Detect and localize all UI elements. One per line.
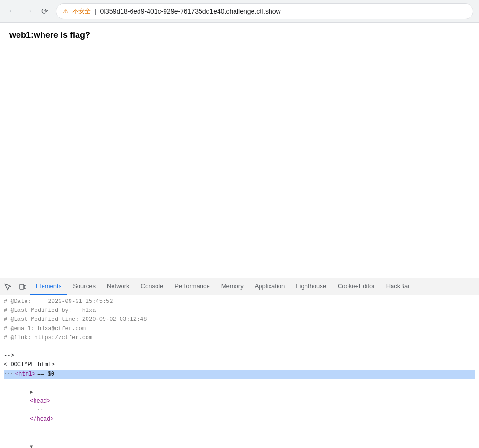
code-line: # @Last Modified time: 2020-09-02 03:12:… xyxy=(4,315,475,324)
tag-open: <html> xyxy=(15,370,35,379)
page-content: web1:where is flag? xyxy=(0,23,479,278)
tab-sources[interactable]: Sources xyxy=(67,278,101,295)
forward-button[interactable]: → xyxy=(22,5,35,18)
devtools-toolbar: Elements Sources Network Console Perform… xyxy=(0,278,479,295)
back-button[interactable]: ← xyxy=(6,5,19,18)
security-icon: ⚠ xyxy=(63,8,69,15)
inspect-element-icon[interactable] xyxy=(0,278,15,295)
code-line: # @Last Modified by: h1xa xyxy=(4,306,475,315)
code-line-head[interactable]: ► <head> ··· </head> xyxy=(4,379,475,433)
dots-icon: ··· xyxy=(4,370,13,379)
tab-network[interactable]: Network xyxy=(101,278,135,295)
refresh-button[interactable]: ⟳ xyxy=(38,5,51,18)
svg-rect-0 xyxy=(20,284,24,289)
tab-performance[interactable]: Performance xyxy=(169,278,215,295)
code-line xyxy=(4,343,475,352)
code-line: <!DOCTYPE html> xyxy=(4,361,475,370)
devtools-content[interactable]: # @Date: 2020-09-01 15:45:52 # @Last Mod… xyxy=(0,295,479,448)
code-line: # @link: https://ctfer.com xyxy=(4,334,475,343)
devtools-panel: Elements Sources Network Console Perform… xyxy=(0,278,479,448)
equals-sign: == $0 xyxy=(37,370,54,379)
tab-lighthouse[interactable]: Lighthouse xyxy=(290,278,332,295)
security-label: 不安全 xyxy=(72,7,91,16)
tab-cookie-editor[interactable]: Cookie-Editor xyxy=(332,278,381,295)
tab-hackbar[interactable]: HackBar xyxy=(381,278,416,295)
tab-application[interactable]: Application xyxy=(249,278,291,295)
page-title: web1:where is flag? xyxy=(9,30,470,40)
tab-memory[interactable]: Memory xyxy=(216,278,249,295)
nav-buttons: ← → ⟳ xyxy=(6,5,51,18)
tab-console[interactable]: Console xyxy=(135,278,169,295)
browser-chrome: ← → ⟳ ⚠ 不安全 | 0f359d18-6ed9-401c-929e-76… xyxy=(0,0,479,23)
code-line-html[interactable]: ··· <html> == $0 xyxy=(4,370,475,379)
code-line: --> xyxy=(4,352,475,361)
svg-rect-1 xyxy=(24,285,26,289)
address-bar[interactable]: ⚠ 不安全 | 0f359d18-6ed9-401c-929e-761735dd… xyxy=(56,3,473,19)
tab-elements[interactable]: Elements xyxy=(30,278,67,295)
code-line-body[interactable]: ▼ <body> xyxy=(4,433,475,448)
code-line: # @Date: 2020-09-01 15:45:52 xyxy=(4,297,475,306)
url-text: 0f359d18-6ed9-401c-929e-761735dd1e40.cha… xyxy=(100,8,466,15)
code-line: # @email: h1xa@ctfer.com xyxy=(4,325,475,334)
separator: | xyxy=(95,8,96,15)
device-toolbar-icon[interactable] xyxy=(15,278,30,295)
